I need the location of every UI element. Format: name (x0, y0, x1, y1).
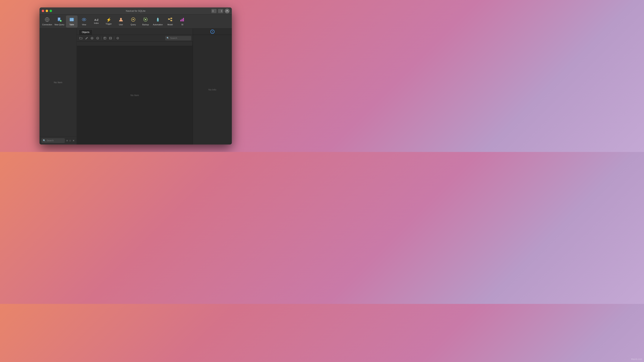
svg-rect-48 (110, 37, 112, 39)
objects-search-box[interactable]: 🔍 (165, 36, 191, 40)
window-controls (40, 10, 52, 12)
find1-button[interactable] (102, 36, 108, 40)
svg-line-39 (86, 39, 86, 39)
objects-search-input[interactable] (170, 37, 190, 39)
toolbar-new-query[interactable]: New Query (54, 15, 65, 27)
backup-label: Backup (142, 23, 149, 26)
index-icon: A-Z (94, 18, 98, 21)
center-content: No Item (77, 46, 193, 144)
right-panel: i No Info (193, 28, 232, 144)
connection-icon (45, 17, 50, 23)
svg-rect-1 (214, 10, 215, 12)
connection-label: Connection (42, 23, 52, 26)
sidebar-footer-icons: ≡ ☆ ✕ (66, 139, 75, 142)
app-window: Navicat for SQLite (40, 7, 232, 144)
delete-button[interactable] (95, 36, 100, 40)
sidebar-content: No Item (40, 28, 76, 136)
svg-rect-37 (182, 19, 182, 21)
backup-icon (143, 17, 148, 23)
filter-icon[interactable]: ≡ (66, 139, 68, 142)
column-headers (77, 41, 193, 46)
toolbar-query[interactable]: Query (128, 15, 139, 27)
new-query-label: New Query (54, 23, 64, 26)
svg-point-26 (145, 19, 146, 20)
right-no-info: No Info (208, 88, 216, 91)
svg-rect-32 (170, 18, 172, 19)
model-icon (168, 17, 172, 23)
toolbar-user[interactable]: User (115, 15, 127, 27)
view-icon (82, 17, 86, 23)
svg-rect-31 (168, 18, 170, 20)
user-icon (118, 17, 123, 23)
svg-rect-38 (183, 18, 184, 21)
svg-rect-0 (212, 10, 213, 12)
maximize-button[interactable] (50, 10, 52, 12)
svg-rect-33 (170, 20, 172, 21)
add-button[interactable] (90, 36, 95, 40)
toolbar-table[interactable]: Table (66, 15, 78, 27)
bi-icon (180, 17, 185, 23)
sidebar-search-input[interactable] (46, 139, 63, 142)
toolbar-trigger[interactable]: ⚡ Trigger (103, 15, 114, 27)
open-button[interactable] (78, 36, 84, 40)
edit-button[interactable] (84, 36, 89, 40)
col-header-name (77, 41, 193, 46)
toolbar-connection[interactable]: Connection (41, 15, 53, 27)
model-label: Model (168, 23, 173, 26)
view-label: View (82, 23, 86, 26)
trigger-icon: ⚡ (106, 18, 111, 22)
trigger-label: Trigger (106, 23, 112, 25)
toolbar-bi[interactable]: BI (177, 15, 188, 27)
refresh-button[interactable] (115, 36, 120, 40)
close-icon[interactable]: ✕ (72, 139, 75, 142)
right-panel-header: i (193, 28, 232, 35)
find2-button[interactable] (108, 36, 113, 40)
automation-icon (156, 17, 160, 23)
sidebar-search-bar[interactable]: 🔍 (41, 138, 65, 143)
svg-point-30 (158, 17, 158, 18)
table-label: Table (69, 23, 74, 26)
objects-toolbar: 🔍 (77, 35, 193, 41)
bi-label: BI (182, 23, 183, 26)
titlebar-right (211, 8, 232, 13)
query-label: Query (131, 23, 136, 26)
sidebar-footer: 🔍 ≡ ☆ ✕ (40, 136, 76, 144)
right-panel-content: No Info (193, 35, 232, 144)
star-icon[interactable]: ☆ (69, 139, 71, 142)
tab-objects[interactable]: Objects (79, 29, 92, 35)
new-query-icon (57, 17, 62, 23)
index-label: Index (94, 22, 99, 24)
svg-rect-45 (104, 37, 106, 39)
minimize-button[interactable] (46, 10, 48, 12)
objects-tabs: Objects (77, 28, 193, 35)
table-icon (69, 17, 74, 23)
svg-point-4 (226, 10, 228, 11)
svg-point-23 (84, 19, 85, 20)
toolbar-view[interactable]: View (78, 15, 90, 27)
titlebar: Navicat for SQLite (40, 7, 232, 14)
svg-rect-36 (180, 20, 181, 21)
center-panel: Objects (77, 28, 193, 144)
svg-line-35 (170, 19, 170, 20)
toolbar-backup[interactable]: Backup (140, 15, 151, 27)
user-label: User (119, 23, 123, 26)
toolbar-automation[interactable]: Automation (152, 15, 164, 27)
svg-line-34 (170, 18, 170, 19)
sidebar-search-icon: 🔍 (43, 139, 46, 142)
sidebar: No Item 🔍 ≡ ☆ ✕ (40, 28, 77, 144)
toolbar-separator-2 (114, 36, 114, 40)
query-icon (131, 17, 136, 23)
close-button[interactable] (42, 10, 44, 12)
sidebar-toggle-right[interactable] (218, 9, 223, 13)
sidebar-toggle-left[interactable] (211, 9, 216, 13)
toolbar-index[interactable]: A-Z Index (90, 15, 102, 27)
svg-rect-2 (219, 10, 221, 12)
toolbar-model[interactable]: Model (164, 15, 176, 27)
automation-label: Automation (153, 23, 163, 26)
svg-point-24 (120, 18, 122, 20)
svg-point-28 (158, 18, 158, 19)
main-toolbar: Connection New Query (40, 14, 232, 28)
user-avatar[interactable] (225, 8, 230, 13)
svg-rect-3 (221, 10, 222, 12)
sidebar-no-item: No Item (54, 81, 62, 84)
